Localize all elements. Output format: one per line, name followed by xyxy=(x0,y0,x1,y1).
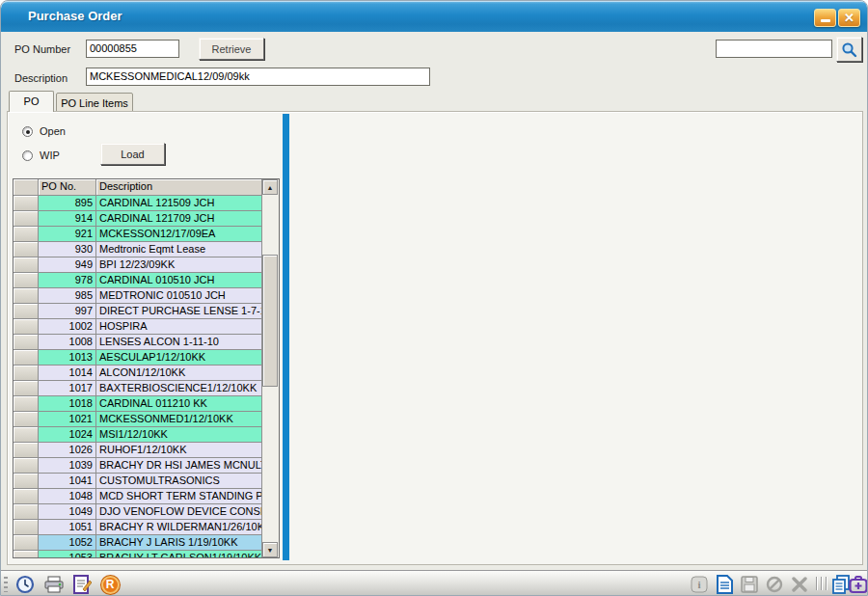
po-no-column-header[interactable]: PO No. xyxy=(39,179,96,196)
table-row[interactable]: 985MEDTRONIC 010510 JCH xyxy=(14,288,262,304)
table-row[interactable]: 1017BAXTERBIOSCIENCE1/12/10KK xyxy=(14,381,262,396)
po-no-cell: 1018 xyxy=(39,396,96,412)
description-input[interactable]: MCKESSONMEDICAL12/09/09kk xyxy=(86,68,430,86)
table-header-row: PO No. Description xyxy=(14,179,262,196)
no-entry-icon xyxy=(766,576,783,593)
row-header-cell[interactable] xyxy=(14,257,39,273)
row-header-cell[interactable] xyxy=(14,458,39,474)
table-row[interactable]: 1052BRACHY J LARIS 1/19/10KK xyxy=(14,535,262,551)
row-header-cell[interactable] xyxy=(14,319,39,335)
row-header-cell[interactable] xyxy=(14,288,39,304)
description-cell: DIRECT PURCHASE LENSE 1-7-10 xyxy=(96,304,262,319)
table-row[interactable]: 997DIRECT PURCHASE LENSE 1-7-10 xyxy=(14,304,262,319)
row-header-cell[interactable] xyxy=(14,350,39,366)
toolbar-grip[interactable] xyxy=(4,577,8,592)
row-header-cell[interactable] xyxy=(14,474,39,489)
table-row[interactable]: 1002HOSPIRA xyxy=(14,319,262,335)
cancel-button[interactable] xyxy=(763,573,786,596)
print-button[interactable] xyxy=(42,573,66,596)
history-button[interactable] xyxy=(14,573,37,596)
table-row[interactable]: 1049DJO VENOFLOW DEVICE CONSIG xyxy=(14,504,262,520)
search-input[interactable] xyxy=(716,40,832,58)
description-cell: LENSES ALCON 1-11-10 xyxy=(96,335,262,350)
row-header-cell[interactable] xyxy=(14,304,39,319)
row-header-cell[interactable] xyxy=(14,227,39,242)
minimize-icon xyxy=(821,19,830,22)
table-row[interactable]: 1051BRACHY R WILDERMAN1/26/10KK xyxy=(14,520,262,535)
row-header-cell[interactable] xyxy=(14,211,39,227)
filter-wip-label: WIP xyxy=(40,149,60,161)
table-row[interactable]: 1013AESCULAP1/12/10KK xyxy=(14,350,262,366)
table-row[interactable]: 895CARDINAL 121509 JCH xyxy=(14,196,262,211)
row-header-cell[interactable] xyxy=(14,489,39,504)
register-button[interactable]: R xyxy=(98,573,122,596)
po-no-cell: 1048 xyxy=(39,489,96,504)
row-header-cell[interactable] xyxy=(14,443,39,458)
table-row[interactable]: 1008LENSES ALCON 1-11-10 xyxy=(14,335,262,350)
row-header-cell[interactable] xyxy=(14,396,39,412)
status-bar: R i xyxy=(1,570,868,596)
tab-po-line-items[interactable]: PO Line Items xyxy=(56,93,133,112)
table-row[interactable]: 930Medtronic Eqmt Lease xyxy=(14,242,262,257)
row-header-cell[interactable] xyxy=(14,551,39,557)
info-button[interactable]: i xyxy=(688,573,711,596)
description-cell: BRACHY DR HSI JAMES MCNULTY xyxy=(96,458,262,474)
new-document-button[interactable] xyxy=(713,573,736,596)
search-button[interactable] xyxy=(836,37,862,62)
printer-icon xyxy=(44,576,64,593)
description-cell: BRACHY J LARIS 1/19/10KK xyxy=(96,535,262,551)
tab-po[interactable]: PO xyxy=(9,91,54,112)
description-cell: Medtronic Eqmt Lease xyxy=(96,242,262,257)
table-row[interactable]: 1048MCD SHORT TERM STANDING PO xyxy=(14,489,262,504)
po-no-cell: 985 xyxy=(39,288,96,304)
close-button[interactable]: ✕ xyxy=(838,9,860,27)
row-header-cell[interactable] xyxy=(14,504,39,520)
panel-splitter[interactable] xyxy=(283,114,289,560)
delete-button[interactable] xyxy=(788,573,811,596)
load-button[interactable]: Load xyxy=(100,143,165,165)
description-column-header[interactable]: Description xyxy=(96,179,262,196)
po-number-input[interactable]: 00000855 xyxy=(86,40,179,58)
table-row[interactable]: 1026RUHOF1/12/10KK xyxy=(14,443,262,458)
scroll-up-button[interactable]: ▲ xyxy=(262,179,278,195)
po-no-cell: 1021 xyxy=(39,412,96,427)
row-header-cell[interactable] xyxy=(14,335,39,350)
table-row[interactable]: 1039BRACHY DR HSI JAMES MCNULTY xyxy=(14,458,262,474)
row-header-cell[interactable] xyxy=(14,273,39,288)
table-row[interactable]: 1014ALCON1/12/10KK xyxy=(14,366,262,381)
table-scrollbar[interactable]: ▲ ▼ xyxy=(262,179,279,557)
table-row[interactable]: 1021MCKESSONMED1/12/10KK xyxy=(14,412,262,427)
table-row[interactable]: 1024MSI1/12/10KK xyxy=(14,427,262,443)
save-button[interactable] xyxy=(738,573,761,596)
retrieve-button[interactable]: Retrieve xyxy=(199,38,264,60)
table-row[interactable]: 949BPI 12/23/09KK xyxy=(14,257,262,273)
table-row[interactable]: 1053BRACHY LT CARLSON1/19/10KK xyxy=(14,551,262,557)
po-no-cell: 1014 xyxy=(39,366,96,381)
clock-icon xyxy=(15,575,35,594)
filter-wip-radio[interactable] xyxy=(22,150,33,161)
row-header-cell[interactable] xyxy=(14,381,39,396)
row-header-cell[interactable] xyxy=(14,412,39,427)
filter-open-radio[interactable] xyxy=(22,126,33,137)
row-header-cell[interactable] xyxy=(14,535,39,551)
close-icon: ✕ xyxy=(844,12,854,24)
edit-document-button[interactable] xyxy=(70,573,94,596)
table-row[interactable]: 921MCKESSON12/17/09EA xyxy=(14,227,262,242)
first-aid-button[interactable] xyxy=(847,573,868,596)
table-row[interactable]: 1018CARDINAL 011210 KK xyxy=(14,396,262,412)
scrollbar-thumb[interactable] xyxy=(262,255,278,387)
row-header-cell[interactable] xyxy=(14,242,39,257)
row-header-cell[interactable] xyxy=(14,196,39,211)
description-cell: MCKESSON12/17/09EA xyxy=(96,227,262,242)
description-cell: CARDINAL 011210 KK xyxy=(96,396,262,412)
table-row[interactable]: 978CARDINAL 010510 JCH xyxy=(14,273,262,288)
row-header-cell[interactable] xyxy=(14,520,39,535)
row-header-cell[interactable] xyxy=(14,366,39,381)
description-cell: HOSPIRA xyxy=(96,319,262,335)
row-header-cell[interactable] xyxy=(14,427,39,443)
table-row[interactable]: 914CARDINAL 121709 JCH xyxy=(14,211,262,227)
po-no-cell: 978 xyxy=(39,273,96,288)
scroll-down-button[interactable]: ▼ xyxy=(262,542,278,557)
table-row[interactable]: 1041CUSTOMULTRASONICS xyxy=(14,474,262,489)
minimize-button[interactable] xyxy=(814,9,836,27)
